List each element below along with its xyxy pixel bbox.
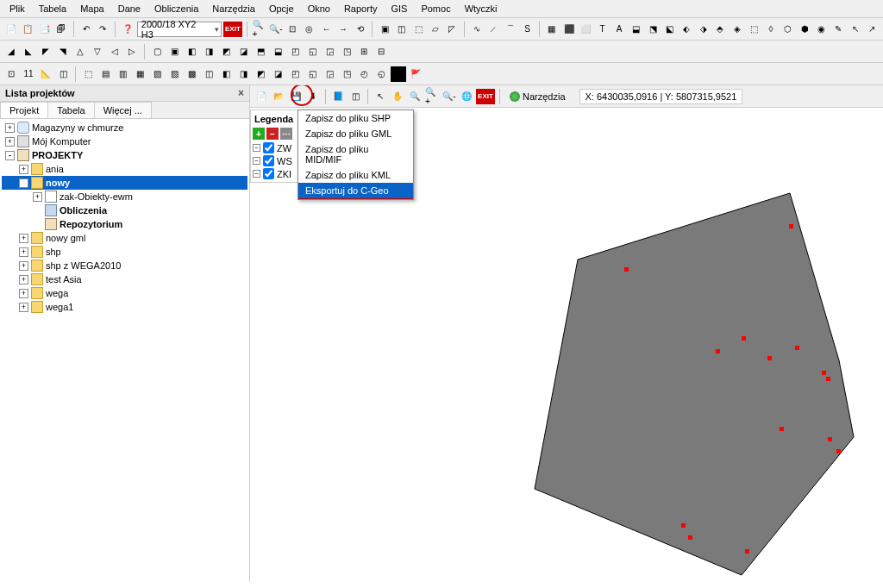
expand-icon[interactable]: +: [19, 261, 28, 271]
next-icon[interactable]: →: [335, 22, 351, 37]
menu-tabela[interactable]: Tabela: [33, 2, 72, 16]
exit-button[interactable]: EXIT: [476, 89, 495, 104]
tool-icon[interactable]: △: [72, 44, 88, 59]
tool-icon[interactable]: ▷: [124, 44, 140, 59]
tree-item[interactable]: +nowy gml: [2, 231, 247, 245]
shape-icon[interactable]: ⬡: [780, 22, 796, 37]
tool-icon[interactable]: ◩: [253, 66, 268, 82]
nofill-icon[interactable]: ⬜: [578, 22, 593, 37]
prev-icon[interactable]: ←: [319, 22, 335, 37]
snap-icon[interactable]: 11: [21, 66, 36, 82]
tool-icon[interactable]: ◤: [38, 44, 53, 59]
tree-item[interactable]: +Mój Komputer: [2, 134, 247, 148]
tool-icon[interactable]: ◳: [339, 66, 354, 82]
tool-icon[interactable]: ◢: [3, 44, 19, 59]
tool-icon[interactable]: ▽: [90, 44, 105, 59]
tool-icon[interactable]: ◴: [356, 66, 372, 82]
color-swatch[interactable]: [391, 66, 406, 82]
shape-icon[interactable]: ⬗: [696, 22, 711, 37]
tool-icon[interactable]: ◰: [287, 66, 303, 82]
expand-icon[interactable]: +: [5, 123, 15, 133]
menu-okno[interactable]: Okno: [302, 2, 336, 16]
tool-icon[interactable]: ◩: [218, 44, 234, 59]
menu-wtyczki[interactable]: Wtyczki: [459, 2, 504, 16]
tool-icon[interactable]: ◪: [270, 66, 285, 82]
tool-icon[interactable]: ◪: [235, 44, 251, 59]
zoomout-icon[interactable]: 🔍-: [442, 89, 457, 104]
menu-narzedzia[interactable]: Narzędzia: [206, 2, 261, 16]
tool-icon[interactable]: ▥: [115, 66, 130, 82]
menu-mapa[interactable]: Mapa: [74, 2, 110, 16]
menu-opcje[interactable]: Opcje: [263, 2, 300, 16]
tab-tabela[interactable]: Tabela: [47, 102, 94, 118]
tree-item[interactable]: -PROJEKTY: [2, 148, 247, 162]
zoomout-icon[interactable]: 🔍-: [268, 22, 284, 37]
tool-icon[interactable]: ⊞: [356, 44, 372, 59]
menu-obliczenia[interactable]: Obliczenia: [148, 2, 204, 16]
tool-icon[interactable]: ▣: [166, 44, 182, 59]
expand-icon[interactable]: +: [19, 303, 28, 312]
menu-raporty[interactable]: Raporty: [338, 2, 384, 16]
window-icon[interactable]: ◫: [348, 89, 363, 104]
tree-item[interactable]: +shp z WEGA2010: [2, 259, 247, 272]
save-midmif-item[interactable]: Zapisz do pliku MID/MIF: [298, 141, 413, 167]
undo-icon[interactable]: ↶: [78, 22, 94, 37]
flag-icon[interactable]: 🚩: [408, 66, 423, 82]
collapse-icon[interactable]: -: [19, 178, 28, 188]
zoomin-icon[interactable]: 🔍+: [252, 22, 267, 37]
tool-icon[interactable]: ◨: [235, 66, 251, 82]
menu-pomoc[interactable]: Pomoc: [415, 2, 456, 16]
copy-icon[interactable]: 📋: [21, 22, 36, 37]
shape-icon[interactable]: ⬘: [713, 22, 729, 37]
shape-icon[interactable]: ⬢: [797, 22, 812, 37]
zoomwin-icon[interactable]: 🔍: [407, 89, 423, 104]
arrow-icon[interactable]: ↗: [865, 22, 880, 37]
shape-icon[interactable]: ◊: [763, 22, 779, 37]
tool-icon[interactable]: ◁: [107, 44, 122, 59]
tool-icon[interactable]: ▩: [184, 66, 199, 82]
shape-icon[interactable]: ◈: [730, 22, 745, 37]
tool-icon[interactable]: ◲: [322, 44, 337, 59]
pan-icon[interactable]: ✋: [390, 89, 405, 104]
tree-item[interactable]: -nowy: [2, 176, 247, 190]
tool-icon[interactable]: ◰: [287, 44, 303, 59]
tool-icon[interactable]: ⊡: [3, 66, 19, 82]
tool-icon[interactable]: ◳: [339, 44, 354, 59]
tool-icon[interactable]: ◸: [445, 22, 460, 37]
tree-item[interactable]: +shp: [2, 245, 247, 259]
expand-icon[interactable]: +: [19, 247, 28, 257]
text-icon[interactable]: T: [595, 22, 611, 37]
edit-icon[interactable]: ✎: [831, 22, 847, 37]
tool-icon[interactable]: ▨: [166, 66, 182, 82]
tree-item[interactable]: +test Asia: [2, 272, 247, 286]
globe-icon[interactable]: 🌐: [459, 89, 474, 104]
tool-icon[interactable]: ◥: [55, 44, 71, 59]
tool-icon[interactable]: ◨: [201, 44, 216, 59]
expand-icon[interactable]: +: [19, 289, 28, 298]
tool-icon[interactable]: ⬒: [253, 44, 268, 59]
tool-icon[interactable]: ◵: [373, 66, 389, 82]
menu-gis[interactable]: GIS: [385, 2, 413, 16]
expand-icon[interactable]: +: [19, 234, 28, 243]
save-gml-item[interactable]: Zapisz do pliku GML: [298, 126, 413, 141]
open-map-icon[interactable]: 📂: [271, 89, 286, 104]
tool-icon[interactable]: ⬚: [80, 66, 96, 82]
help-icon[interactable]: ❓: [120, 22, 135, 37]
tool-icon[interactable]: ◱: [304, 44, 320, 59]
shape-icon[interactable]: ⬔: [645, 22, 661, 37]
tool-icon[interactable]: ◧: [218, 66, 234, 82]
tree-item[interactable]: Obliczenia: [2, 203, 247, 217]
tool-icon[interactable]: ▢: [149, 44, 165, 59]
tool-icon[interactable]: ◧: [184, 44, 199, 59]
tool-icon[interactable]: ▧: [149, 66, 165, 82]
curve-icon[interactable]: ∿: [469, 22, 485, 37]
tool-icon[interactable]: ◫: [394, 22, 410, 37]
tool-icon[interactable]: ◫: [55, 66, 71, 82]
tab-more[interactable]: Więcej ...: [94, 102, 152, 118]
tool-icon[interactable]: ⊟: [373, 44, 389, 59]
shape-icon[interactable]: ⬕: [662, 22, 678, 37]
collapse-icon[interactable]: -: [5, 151, 15, 160]
fill-icon[interactable]: ⬛: [561, 22, 577, 37]
tree-item[interactable]: +Magazyny w chmurze: [2, 121, 247, 134]
paste-icon[interactable]: 📑: [37, 22, 53, 37]
